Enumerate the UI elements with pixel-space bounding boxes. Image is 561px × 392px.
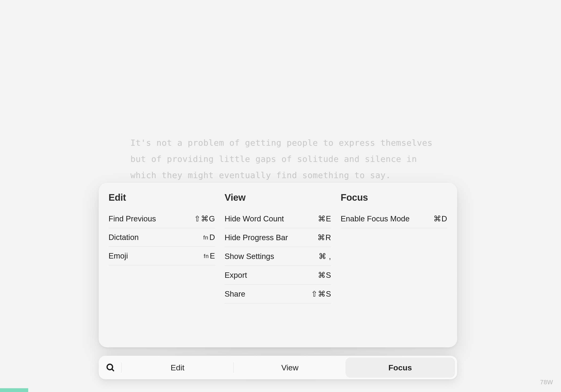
document-visible-text[interactable]: It's not a problem of getting people to … — [130, 135, 436, 183]
tab-edit[interactable]: Edit — [123, 358, 232, 377]
menu-item-label: Hide Word Count — [225, 214, 284, 223]
tab-view[interactable]: View — [235, 358, 345, 377]
tab-label: View — [281, 363, 298, 372]
menu-item-shortcut: fnD — [203, 233, 215, 242]
command-column-title: Focus — [341, 192, 447, 203]
menu-item-hide-word-count[interactable]: Hide Word Count ⌘E — [225, 209, 331, 228]
menu-item-label: Show Settings — [225, 252, 274, 261]
menu-item-shortcut: ⌘S — [318, 271, 331, 280]
command-column-focus: Focus Enable Focus Mode ⌘D — [341, 192, 447, 338]
menu-item-show-settings[interactable]: Show Settings ⌘ , — [225, 247, 331, 266]
menu-item-shortcut: ⇧⌘S — [311, 289, 331, 298]
menu-item-label: Export — [225, 271, 247, 280]
menu-item-shortcut: fnE — [204, 251, 215, 260]
search-icon — [106, 363, 115, 372]
menu-item-shortcut: ⌘R — [317, 233, 331, 242]
command-column-view: View Hide Word Count ⌘E Hide Progress Ba… — [225, 192, 331, 338]
menu-item-label: Find Previous — [108, 214, 156, 223]
tab-label: Edit — [171, 363, 184, 372]
divider — [121, 362, 121, 373]
menu-item-dictation[interactable]: Dictation fnD — [108, 228, 215, 247]
menu-item-find-previous[interactable]: Find Previous ⇧⌘G — [108, 209, 215, 228]
menu-item-label: Dictation — [108, 233, 139, 242]
menu-item-export[interactable]: Export ⌘S — [225, 266, 331, 285]
menu-item-shortcut: ⌘ , — [319, 252, 331, 261]
command-column-edit: Edit Find Previous ⇧⌘G Dictation fnD Emo… — [108, 192, 215, 338]
menu-item-label: Hide Progress Bar — [225, 233, 288, 242]
command-panel: Edit Find Previous ⇧⌘G Dictation fnD Emo… — [99, 183, 457, 347]
search-button[interactable] — [101, 358, 120, 377]
command-column-title: View — [225, 192, 331, 203]
menu-item-shortcut: ⌘E — [318, 214, 331, 223]
menu-item-label: Share — [225, 290, 245, 298]
progress-bar — [0, 388, 28, 392]
divider — [234, 362, 234, 373]
menu-item-label: Emoji — [108, 251, 128, 260]
menu-item-shortcut: ⌘D — [433, 214, 447, 223]
menu-item-emoji[interactable]: Emoji fnE — [108, 247, 215, 265]
svg-line-1 — [112, 369, 114, 371]
menu-item-shortcut: ⇧⌘G — [194, 214, 215, 223]
menu-item-label: Enable Focus Mode — [341, 214, 410, 223]
word-count: 78W — [540, 379, 553, 386]
svg-point-0 — [107, 364, 113, 370]
tab-focus[interactable]: Focus — [345, 358, 455, 377]
menu-item-hide-progress-bar[interactable]: Hide Progress Bar ⌘R — [225, 228, 331, 247]
command-column-title: Edit — [108, 192, 215, 203]
menu-item-share[interactable]: Share ⇧⌘S — [225, 285, 331, 303]
tab-label: Focus — [388, 363, 412, 372]
menu-item-enable-focus-mode[interactable]: Enable Focus Mode ⌘D — [341, 209, 447, 228]
tabbar: Edit View Focus — [99, 356, 457, 379]
